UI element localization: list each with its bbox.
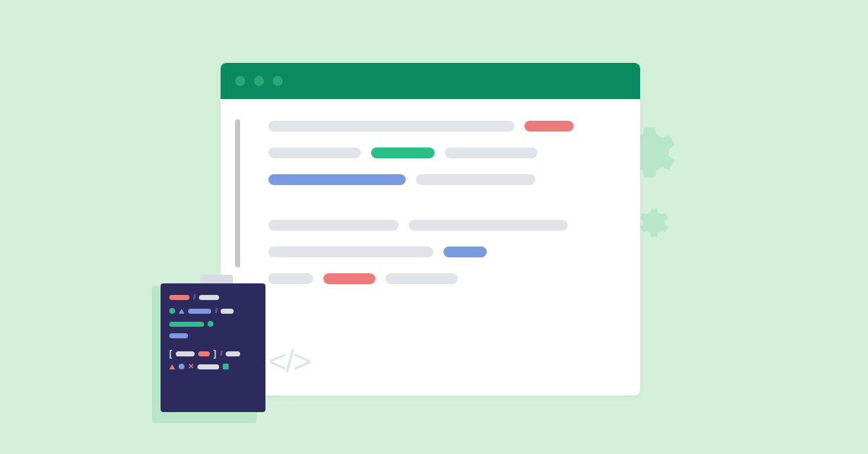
- code-line: [268, 273, 613, 284]
- circle-icon: [169, 308, 175, 314]
- token: [169, 333, 188, 338]
- text-bar: [268, 174, 406, 185]
- token: [197, 364, 219, 369]
- token: [199, 295, 219, 300]
- bracket-icon: [: [169, 351, 172, 356]
- bracket-icon: ]: [213, 351, 216, 356]
- token: [221, 309, 234, 314]
- window-control-dot: [235, 76, 245, 86]
- code-line: [169, 321, 257, 327]
- comment-icon: //: [220, 350, 222, 357]
- token: [176, 351, 195, 356]
- token: [188, 309, 211, 314]
- text-bar: [443, 247, 487, 257]
- text-bar: [371, 147, 435, 158]
- comment-icon: //: [215, 307, 217, 314]
- code-line: //: [169, 294, 257, 301]
- code-line: [268, 220, 613, 231]
- circle-icon: [179, 364, 184, 369]
- token: [169, 295, 190, 300]
- text-bar: [445, 147, 537, 158]
- x-icon: ✕: [188, 364, 194, 369]
- code-line: ✕: [169, 364, 257, 369]
- window-titlebar: [221, 63, 640, 99]
- circle-icon: [208, 321, 213, 327]
- code-line: [268, 121, 613, 132]
- text-bar: [268, 273, 313, 284]
- triangle-icon: [179, 309, 184, 314]
- text-bar: [268, 220, 399, 231]
- token: [169, 322, 204, 327]
- text-bar: [268, 247, 433, 257]
- code-card: // // [ ] // ✕: [161, 275, 265, 412]
- text-bar: [524, 121, 574, 132]
- code-line: [ ] //: [169, 350, 257, 357]
- text-bar: [386, 273, 458, 284]
- code-line: [268, 147, 613, 158]
- window-control-dot: [273, 76, 283, 86]
- text-bar: [268, 147, 361, 158]
- code-tag-icon: </>: [268, 343, 310, 380]
- window-content: </>: [221, 99, 640, 395]
- code-line: [268, 247, 613, 257]
- token: [198, 351, 210, 356]
- code-line: [268, 174, 613, 185]
- code-line: [169, 333, 257, 338]
- code-card-body: // // [ ] // ✕: [161, 283, 265, 412]
- window-control-dot: [254, 76, 264, 86]
- text-bar: [416, 174, 535, 185]
- text-bar: [268, 121, 514, 132]
- text-bar: [409, 220, 568, 231]
- token: [226, 351, 240, 356]
- browser-window: </>: [221, 63, 640, 395]
- text-bar: [323, 273, 375, 284]
- code-line: //: [169, 307, 257, 314]
- comment-icon: //: [193, 294, 195, 301]
- scrollbar: [235, 119, 240, 267]
- triangle-icon: [169, 364, 175, 369]
- square-icon: [223, 364, 229, 369]
